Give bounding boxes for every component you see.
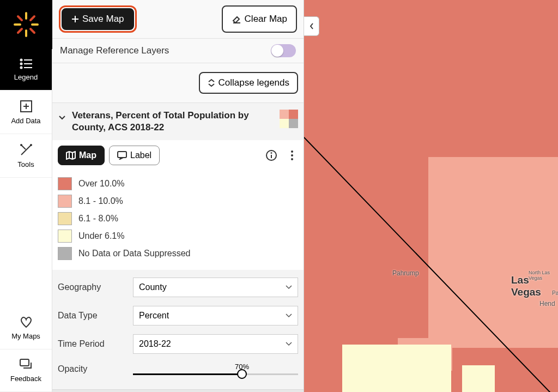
layer-mini-swatch (280, 110, 298, 128)
svg-line-1 (31, 16, 34, 20)
swatch (58, 247, 72, 260)
legend-icon (19, 58, 33, 70)
geography-select[interactable]: County (133, 278, 298, 297)
map-canvas[interactable]: Pahrump North Las Vegas Las Vegas Paradi… (304, 0, 558, 392)
chat-icon (19, 358, 33, 371)
legend-label: Under 6.1% (78, 231, 125, 241)
svg-point-19 (21, 144, 22, 146)
layer-title: Veterans, Percent of Total Population by… (72, 110, 274, 134)
svg-point-30 (271, 153, 272, 153)
reference-layers-toggle[interactable] (271, 44, 296, 57)
info-icon[interactable] (261, 147, 282, 164)
map-region (428, 157, 558, 348)
svg-point-8 (20, 59, 22, 61)
legend-panel: Save Map Clear Map Manage Reference Laye… (52, 0, 304, 392)
swatch (58, 177, 72, 190)
sidebar-item-label: My Maps (11, 332, 40, 340)
legend-label: Over 10.0% (78, 179, 124, 189)
collapse-legends-row: Collapse legends (52, 63, 304, 102)
geography-label: Geography (58, 282, 128, 292)
tab-map[interactable]: Map (58, 146, 105, 165)
plus-icon (71, 15, 79, 23)
map-place-label: Las Vegas (511, 274, 558, 298)
collapse-icon (208, 79, 215, 87)
svg-rect-21 (20, 359, 29, 366)
legend-item: Under 6.1% (58, 227, 298, 245)
panel-collapse-tab[interactable] (304, 16, 319, 36)
sidebar-item-label: Tools (17, 160, 34, 168)
svg-line-3 (31, 29, 34, 33)
legend-label: 8.1 - 10.0% (78, 196, 123, 206)
legend-label: No Data or Data Suppressed (78, 249, 190, 258)
legend-label: 6.1 - 8.0% (78, 214, 118, 224)
chevron-left-icon (309, 22, 314, 30)
add-data-icon (19, 99, 33, 113)
toggle-knob (271, 45, 283, 57)
swatch (58, 212, 72, 225)
svg-line-5 (18, 29, 22, 33)
legend-item: Over 10.0% (58, 175, 298, 192)
data-type-label: Data Type (58, 311, 128, 321)
slider-track (133, 373, 298, 375)
geography-value: County (139, 282, 167, 292)
sidebar-item-legend[interactable]: Legend (0, 49, 52, 91)
time-period-select[interactable]: 2018-22 (133, 334, 298, 354)
panel-toolbar: Save Map Clear Map (52, 0, 304, 39)
svg-line-7 (18, 16, 22, 20)
sidebar-item-feedback[interactable]: Feedback (0, 349, 52, 392)
label-icon (117, 151, 127, 160)
time-period-label: Time Period (58, 339, 128, 349)
map-region (462, 365, 495, 392)
map-place-label: Paradise (552, 290, 558, 296)
swatch (58, 230, 72, 243)
collapse-legends-button[interactable]: Collapse legends (199, 72, 298, 94)
data-type-select[interactable]: Percent (133, 306, 298, 325)
svg-point-12 (20, 67, 22, 69)
app-logo (0, 0, 52, 49)
slider-fill (133, 373, 244, 375)
legend-item: 6.1 - 8.0% (58, 210, 298, 227)
layer-header: Veterans, Percent of Total Population by… (52, 102, 304, 140)
map-region (342, 345, 451, 392)
svg-point-10 (20, 63, 22, 65)
map-place-label: Pahrump (392, 269, 419, 277)
map-icon (66, 151, 76, 160)
tab-map-label: Map (79, 150, 96, 160)
tab-label[interactable]: Label (109, 146, 160, 165)
sidebar-item-tools[interactable]: Tools (0, 134, 52, 178)
chevron-down-icon[interactable] (58, 113, 66, 122)
map-place-label: Hend (539, 300, 555, 307)
svg-point-20 (31, 144, 32, 146)
layer-controls: Geography County Data Type Percent Time … (52, 270, 304, 389)
slider-thumb[interactable] (237, 369, 247, 379)
svg-rect-27 (118, 152, 126, 158)
clear-map-button[interactable]: Clear Map (222, 5, 297, 33)
reference-layers-row: Manage Reference Layers (52, 39, 304, 63)
sidebar-item-label: Add Data (11, 117, 40, 125)
kebab-menu-icon[interactable] (286, 147, 298, 164)
sidebar: Legend Add Data Tools My Maps (0, 0, 52, 392)
sidebar-item-label: Feedback (10, 375, 41, 383)
sidebar-item-label: Legend (14, 73, 38, 81)
tools-icon (19, 143, 33, 157)
legend-item: No Data or Data Suppressed (58, 245, 298, 262)
opacity-row: Opacity 70% (58, 358, 298, 379)
eraser-icon (232, 14, 241, 24)
opacity-label: Opacity (58, 364, 128, 374)
time-period-row: Time Period 2018-22 (58, 330, 298, 358)
swatch (58, 195, 72, 208)
chevron-down-icon (286, 342, 292, 346)
svg-point-31 (291, 150, 293, 153)
collapse-legends-label: Collapse legends (219, 77, 289, 88)
sidebar-item-my-maps[interactable]: My Maps (0, 307, 52, 349)
save-map-label: Save Map (82, 14, 124, 25)
chevron-down-icon (286, 285, 292, 290)
legend-list: Over 10.0% 8.1 - 10.0% 6.1 - 8.0% Under … (52, 171, 304, 270)
opacity-slider[interactable]: 70% (133, 363, 298, 375)
save-map-button[interactable]: Save Map (62, 8, 134, 30)
panel-divider (52, 389, 304, 392)
data-type-value: Percent (139, 311, 169, 321)
legend-item: 8.1 - 10.0% (58, 192, 298, 210)
tab-label-label: Label (130, 150, 151, 160)
sidebar-item-add-data[interactable]: Add Data (0, 91, 52, 134)
